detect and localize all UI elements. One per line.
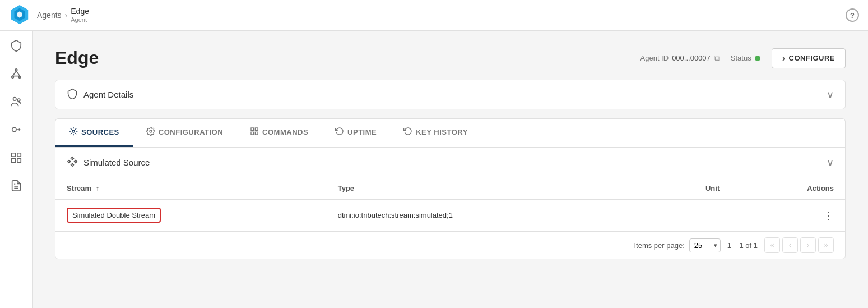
breadcrumb: Agents › Edge Agent: [37, 7, 89, 24]
table-card: Simulated Source ∨ Stream ↑ Type: [55, 148, 846, 259]
svg-rect-16: [251, 132, 254, 135]
commands-tab-label: COMMANDS: [262, 128, 308, 136]
cell-type: dtmi:io:tributech:stream:simulated;1: [327, 200, 646, 231]
page-title: Edge: [55, 48, 99, 68]
page-nav: « ‹ › »: [764, 237, 834, 253]
sources-tab-icon: [69, 127, 78, 137]
cell-unit: [646, 200, 731, 231]
app-logo[interactable]: [9, 4, 30, 27]
svg-point-11: [12, 127, 16, 131]
breadcrumb-separator: ›: [65, 11, 68, 20]
svg-point-9: [13, 98, 16, 101]
last-page-button[interactable]: »: [818, 237, 834, 253]
agent-details-icon: [67, 88, 78, 101]
page-header: Edge Agent ID 000...00007 ⧉ Status › CON…: [55, 48, 846, 68]
status-label: Status: [731, 54, 751, 62]
tab-configuration[interactable]: CONFIGURATION: [133, 119, 236, 147]
key-history-tab-label: KEY HISTORY: [416, 128, 468, 136]
breadcrumb-sub: Agent: [71, 16, 89, 24]
svg-line-7: [16, 71, 20, 76]
source-icon: [67, 156, 78, 169]
cell-actions[interactable]: ⋮: [731, 200, 845, 231]
first-page-button[interactable]: «: [764, 237, 780, 253]
agent-details-chevron-icon: ∨: [827, 89, 834, 101]
configure-button[interactable]: › CONFIGURE: [772, 48, 846, 68]
sources-tab-label: SOURCES: [81, 128, 119, 136]
tabs-and-table: SOURCES CONFIGURATION: [55, 118, 846, 259]
sidebar-item-shield[interactable]: [4, 34, 28, 57]
per-page-select[interactable]: 25 50 100: [689, 238, 721, 252]
tabs: SOURCES CONFIGURATION: [55, 119, 845, 148]
agent-details-left: Agent Details: [67, 88, 133, 101]
items-per-page: Items per page: 25 50 100: [634, 238, 720, 252]
svg-point-12: [72, 130, 75, 132]
actions-menu-icon[interactable]: ⋮: [823, 210, 834, 221]
configuration-tab-label: CONFIGURATION: [159, 128, 223, 136]
cell-stream[interactable]: Simulated Double Stream: [55, 200, 327, 231]
status-dot: [755, 56, 760, 61]
agent-id-value: 000...00007: [672, 54, 711, 62]
tabs-container: SOURCES CONFIGURATION: [55, 118, 846, 148]
breadcrumb-parent[interactable]: Agents: [37, 11, 62, 20]
page-range: 1 – 1 of 1: [727, 241, 758, 250]
topbar-right: ?: [846, 8, 859, 22]
per-page-wrapper[interactable]: 25 50 100: [689, 238, 721, 252]
col-unit: Unit: [646, 177, 731, 200]
svg-point-3: [15, 69, 17, 71]
source-chevron-icon: ∨: [827, 157, 834, 169]
page-header-right: Agent ID 000...00007 ⧉ Status › CONFIGUR…: [640, 48, 846, 68]
sidebar-item-network[interactable]: [4, 62, 28, 85]
status-section: Status: [731, 54, 760, 62]
help-icon[interactable]: ?: [846, 8, 859, 22]
items-per-page-label: Items per page:: [634, 241, 684, 250]
stream-name-highlighted: Simulated Double Stream: [67, 208, 161, 223]
svg-rect-15: [255, 128, 258, 131]
svg-point-10: [17, 99, 20, 102]
breadcrumb-child: Edge: [71, 7, 89, 16]
svg-rect-14: [251, 128, 254, 131]
source-title: Simulated Source: [83, 158, 150, 167]
next-page-button[interactable]: ›: [800, 237, 816, 253]
col-stream: Stream ↑: [55, 177, 327, 200]
configure-arrow-icon: ›: [782, 53, 786, 63]
col-actions: Actions: [731, 177, 845, 200]
svg-line-6: [12, 71, 16, 76]
tab-key-history[interactable]: KEY HISTORY: [390, 119, 481, 147]
pagination: Items per page: 25 50 100 1 – 1 of 1: [55, 231, 845, 259]
topbar: Agents › Edge Agent ?: [0, 0, 868, 31]
tab-uptime[interactable]: UPTIME: [322, 119, 390, 147]
key-history-tab-icon: [403, 127, 412, 137]
data-table: Stream ↑ Type Unit Actions Simulated Dou…: [55, 177, 845, 231]
agent-details-card[interactable]: Agent Details ∨: [55, 80, 846, 109]
col-type: Type: [327, 177, 646, 200]
table-row[interactable]: Simulated Double Stream dtmi:io:tributec…: [55, 200, 845, 231]
tab-sources[interactable]: SOURCES: [55, 119, 133, 147]
sidebar-item-integrations[interactable]: [4, 146, 28, 169]
svg-point-13: [150, 130, 152, 132]
agent-details-label: Agent Details: [83, 90, 133, 99]
sidebar: [0, 0, 33, 308]
uptime-tab-icon: [335, 127, 344, 137]
configure-label: CONFIGURE: [789, 54, 835, 62]
table-header-row: Stream ↑ Type Unit Actions: [55, 177, 845, 200]
source-header: Simulated Source ∨: [55, 148, 845, 177]
commands-tab-icon: [250, 127, 259, 137]
main-content: Edge Agent ID 000...00007 ⧉ Status › CON…: [33, 0, 868, 308]
sidebar-item-document[interactable]: [4, 174, 28, 197]
source-header-left: Simulated Source: [67, 156, 150, 169]
uptime-tab-label: UPTIME: [347, 128, 377, 136]
agent-id-section: Agent ID 000...00007 ⧉: [640, 53, 720, 63]
svg-rect-17: [255, 132, 258, 135]
tab-commands[interactable]: COMMANDS: [236, 119, 322, 147]
sort-icon: ↑: [96, 184, 100, 192]
copy-icon[interactable]: ⧉: [714, 53, 720, 63]
sidebar-item-users[interactable]: [4, 90, 28, 113]
prev-page-button[interactable]: ‹: [782, 237, 798, 253]
sidebar-item-key[interactable]: [4, 118, 28, 141]
configuration-tab-icon: [146, 127, 155, 137]
agent-id-label: Agent ID: [640, 54, 669, 62]
